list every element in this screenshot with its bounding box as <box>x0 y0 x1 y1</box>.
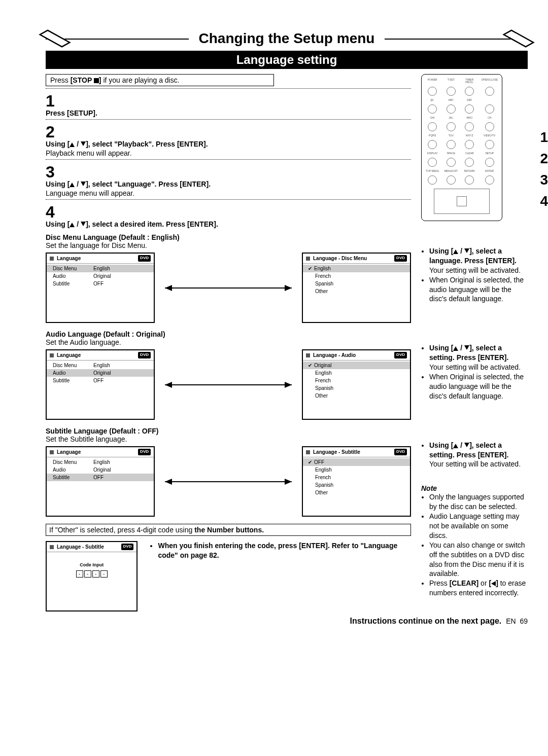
note-list: Only the languages supported by the disc… <box>421 492 528 598</box>
step-4: 4 Using [ / ], select a desired item. Pr… <box>46 204 411 228</box>
stop-instruction: Press [STOP ] if you are playing a disc. <box>46 74 274 86</box>
code-instructions: When you finish entering the code, press… <box>150 541 411 560</box>
check-icon: ✔ <box>308 265 312 272</box>
check-icon: ✔ <box>308 459 312 465</box>
page-subtitle: Language setting <box>46 51 528 69</box>
audio-right-text: Using [ / ], select a setting. Press [EN… <box>421 343 528 401</box>
osd-language-discmenu-right: Language - Disc MenuDVD ✔English French … <box>302 253 411 323</box>
page-title: Changing the Setup menu <box>189 30 385 47</box>
step-3: 3 Using [ / ], select "Language". Press … <box>46 164 411 197</box>
remote-dpad <box>434 189 490 214</box>
check-icon: ✔ <box>308 362 312 369</box>
osd-language-subtitle-right: Language - SubtitleDVD ✔OFF English Fren… <box>302 446 411 517</box>
remote-control-illustration: POWER T-SET TIMER PROG. OPEN/CLOSE @!.AB… <box>421 74 502 221</box>
arrow-connector <box>165 481 292 482</box>
osd-language-subtitle-left: LanguageDVD Disc MenuEnglish AudioOrigin… <box>46 446 155 517</box>
note-heading: Note <box>421 484 528 492</box>
play-icon <box>50 545 54 549</box>
play-icon <box>306 450 310 454</box>
page-title-banner: Changing the Setup menu <box>46 30 528 47</box>
disc-menu-heading: Disc Menu Language (Default : English) <box>46 233 411 241</box>
step-2: 2 Using [ / ], select "Playback". Press … <box>46 124 411 157</box>
play-icon <box>50 450 54 454</box>
osd-language-audio-right: Language - AudioDVD ✔Original English Fr… <box>302 349 411 420</box>
subtitle-heading: Subtitle Language (Default : OFF) <box>46 427 411 435</box>
play-icon <box>50 353 54 357</box>
arrow-connector <box>165 384 292 385</box>
audio-heading: Audio Language (Default : Original) <box>46 330 411 338</box>
play-icon <box>306 257 310 261</box>
play-icon <box>50 257 54 261</box>
stop-icon <box>94 78 99 83</box>
osd-language-discmenu-left: LanguageDVD Disc MenuEnglish AudioOrigin… <box>46 253 155 323</box>
arrow-connector <box>165 287 292 289</box>
subtitle-right-text: Using [ / ], select a setting. Press [EN… <box>421 441 528 470</box>
step-1: 1 Press [SETUP]. <box>46 93 411 117</box>
remote-step-callouts: 1 2 3 4 <box>540 127 548 212</box>
continue-text: Instructions continue on the next page. … <box>46 617 528 626</box>
osd-language-audio-left: LanguageDVD Disc MenuEnglish AudioOrigin… <box>46 349 155 420</box>
discmenu-right-text: Using [ / ], select a language. Press [E… <box>421 246 528 304</box>
other-code-note: If "Other" is selected, press 4-digit co… <box>46 524 411 536</box>
osd-code-input: Language - SubtitleDVD Code Input - - - … <box>46 541 138 611</box>
play-icon <box>306 353 310 357</box>
